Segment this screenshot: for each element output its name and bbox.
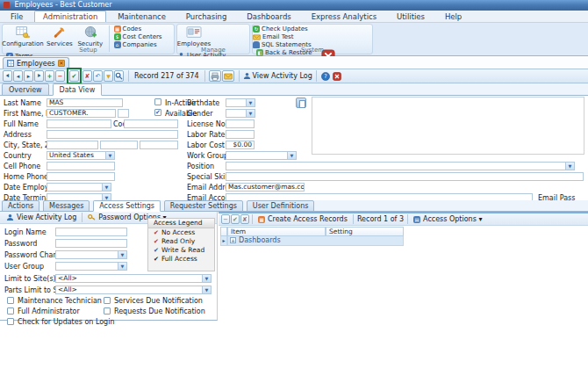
chevron-down-icon[interactable]: ▼ (118, 251, 126, 258)
cell-phone-field[interactable] (47, 162, 115, 170)
print-button[interactable] (209, 70, 221, 82)
tab-requester-settings[interactable]: Requester Settings (164, 200, 243, 212)
tab-access-settings[interactable]: Access Settings (93, 200, 161, 212)
tab-overview[interactable]: Overview (2, 83, 49, 96)
gender-field[interactable]: ▼ (226, 109, 255, 118)
employees-button[interactable]: Employees (177, 25, 211, 48)
email-button[interactable] (222, 70, 234, 82)
save-record-button[interactable]: ✔ (69, 70, 79, 82)
check-updates-button[interactable]: ↻ Check Updates (253, 25, 312, 33)
refresh-button[interactable]: ↶ (93, 70, 103, 82)
maintenance-technician-checkbox[interactable] (7, 297, 14, 304)
create-access-records-button[interactable]: ▦ Create Access Records (255, 215, 351, 223)
tab-messages[interactable]: Messages (43, 200, 90, 212)
full-name-field[interactable] (47, 119, 111, 128)
work-group-field[interactable]: ▼ (226, 151, 297, 160)
view-activity-log-button[interactable]: View Activity Log (253, 72, 312, 80)
expand-icon[interactable]: + (230, 237, 236, 243)
home-phone-field[interactable] (47, 172, 115, 181)
user-group-field[interactable]: ▼ (55, 262, 127, 271)
state-field[interactable] (100, 141, 138, 149)
full-administrator-checkbox[interactable] (7, 307, 14, 315)
check-updates-login-checkbox[interactable] (7, 318, 14, 325)
labor-cost-field[interactable]: $0.00 (226, 141, 255, 149)
tab-user-definitions[interactable]: User Definitions (247, 200, 315, 212)
tab-file[interactable]: File (2, 11, 32, 22)
in-active-checkbox[interactable] (154, 98, 161, 105)
tab-close-icon[interactable]: ✕ (58, 60, 65, 67)
parts-limit-to-sites-field[interactable]: <All>▼ (55, 286, 212, 294)
grid-column-item[interactable]: Item (227, 227, 326, 236)
security-button[interactable]: Security (76, 25, 104, 48)
grid-save-button[interactable]: ✔ (231, 214, 240, 224)
password-field[interactable] (55, 239, 127, 248)
tab-help[interactable]: Help (436, 11, 470, 22)
password-changed-field[interactable]: ▼ (55, 250, 127, 259)
add-record-button[interactable]: + (45, 70, 54, 82)
grid-cancel-button[interactable]: ✘ (240, 214, 249, 224)
license-no-field[interactable] (226, 119, 255, 128)
employees-document-tab[interactable]: Employees ✕ (3, 57, 69, 69)
city-field[interactable] (47, 141, 98, 149)
help-button[interactable] (320, 70, 331, 82)
special-skills-field[interactable] (226, 172, 584, 181)
chevron-down-icon[interactable]: ▼ (287, 152, 296, 159)
tab-utilities[interactable]: Utilities (388, 11, 434, 22)
tab-dashboards[interactable]: Dashboards (238, 11, 300, 22)
filter-button[interactable]: ▼ (104, 70, 113, 82)
chevron-down-icon[interactable]: ▼ (246, 99, 255, 106)
chevron-down-icon[interactable]: ▼ (246, 110, 255, 117)
grid-row-selector[interactable]: ▸ (220, 236, 227, 246)
services-button[interactable]: Services (46, 25, 74, 48)
chevron-down-icon[interactable]: ▼ (202, 286, 211, 293)
zip-field[interactable] (140, 141, 178, 149)
chevron-down-icon[interactable]: ▼ (565, 163, 574, 170)
requests-due-notification-checkbox[interactable] (104, 307, 111, 315)
chevron-down-icon[interactable]: ▼ (202, 275, 211, 282)
configuration-button[interactable]: Configuration (3, 25, 43, 48)
position-field[interactable]: ▼ (226, 162, 575, 170)
chevron-down-icon[interactable]: ▼ (118, 263, 126, 270)
tab-maintenance[interactable]: Maintenance (109, 11, 175, 22)
access-view-activity-log-button[interactable]: View Activity Log (3, 213, 80, 221)
first-record-button[interactable]: ⯇ (3, 70, 12, 82)
find-button[interactable] (114, 70, 124, 82)
chevron-down-icon[interactable]: ▼ (102, 184, 111, 191)
cancel-edit-button[interactable]: ✘ (82, 70, 92, 82)
limit-to-sites-field[interactable]: <All>▼ (55, 274, 212, 283)
available-checkbox[interactable]: ✔ (154, 109, 161, 116)
notes-icon[interactable] (296, 98, 306, 108)
login-name-field[interactable] (55, 228, 127, 236)
tab-administration[interactable]: Administration (34, 11, 106, 22)
chevron-down-icon[interactable]: ▼ (105, 152, 114, 159)
codes-button[interactable]: ▦ Codes (114, 25, 162, 33)
access-options-button[interactable]: ▤ Access Options ▾ (410, 215, 485, 223)
previous-record-button[interactable]: ◂ (13, 70, 23, 82)
last-name-label: Last Name (4, 99, 41, 107)
birthdate-field[interactable]: ▼ (226, 98, 255, 107)
email-address-field[interactable]: Mas.customer@mas.com (226, 183, 305, 192)
last-name-field[interactable]: MAS (47, 98, 123, 107)
cost-centers-button[interactable]: $ Cost Centers (114, 33, 162, 40)
close-view-button[interactable] (332, 70, 342, 82)
tab-express-analytics[interactable]: Express Analytics (303, 11, 386, 22)
middle-initial-field[interactable] (118, 109, 129, 118)
grid-delete-button[interactable]: − (221, 214, 230, 224)
tab-data-view[interactable]: Data View (53, 83, 103, 96)
email-test-button[interactable]: Email Test (253, 33, 312, 40)
code-field[interactable] (124, 119, 178, 128)
country-field[interactable]: United States▼ (47, 151, 115, 160)
services-due-notification-checkbox[interactable] (104, 297, 111, 304)
last-record-button[interactable]: ⯈ (34, 70, 44, 82)
tab-purchasing[interactable]: Purchasing (177, 11, 236, 22)
notes-field[interactable] (312, 97, 584, 155)
grid-column-setting[interactable]: Setting (326, 227, 404, 236)
delete-record-button[interactable]: − (55, 70, 65, 82)
grid-row-dashboards[interactable]: +Dashboards (227, 236, 404, 246)
first-name-field[interactable]: CUSTOMER. (47, 109, 116, 118)
next-record-button[interactable]: ▸ (24, 70, 33, 82)
date-employed-field[interactable]: ▼ (47, 183, 111, 192)
tab-actions[interactable]: Actions (2, 200, 39, 212)
labor-rate-field[interactable] (226, 130, 255, 139)
address-field[interactable] (47, 130, 178, 139)
